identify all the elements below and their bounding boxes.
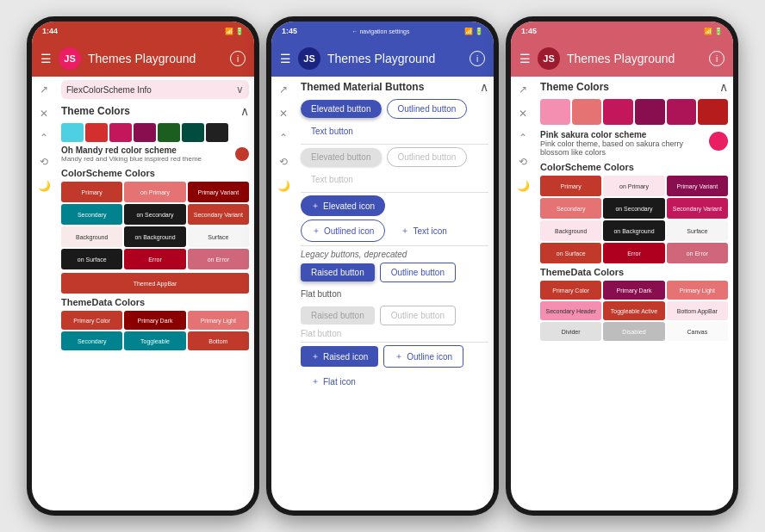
chip-on-background-1[interactable]: on Background [124,226,185,247]
tdc-primary-dark-1[interactable]: Primary Dark [124,311,185,330]
tdc-primary-light-3[interactable]: Primary Light [667,281,728,300]
nav-icon-2-2[interactable]: ✕ [279,108,288,120]
scheme-desc-3: Pink color theme, based on sakura cherry… [540,139,706,157]
nav-icon-2-4[interactable]: ⟲ [279,156,288,168]
tdc-bottom-1[interactable]: Bottom [188,331,249,350]
cs-chip-on-secondary-3[interactable]: on Secondary [603,198,664,219]
nav-icon-2-5[interactable]: 🌙 [277,180,290,192]
nav-icon-3-3[interactable]: ⌃ [519,132,527,144]
chip-on-error-1[interactable]: on Error [188,249,249,269]
text-icon-button[interactable]: ＋ Text icon [390,220,457,241]
cs-chip-on-background-3[interactable]: on Background [603,220,664,241]
cs-chip-background-3[interactable]: Background [540,220,601,241]
pink-swatch-6[interactable] [698,99,728,125]
cs-chip-error-3[interactable]: Error [603,243,664,263]
tdc-toggleable-1[interactable]: Toggleable [124,331,185,350]
outline-icon-button[interactable]: ＋ Outline icon [383,345,463,368]
theme-colors-toggle-3[interactable]: ∧ [719,80,728,94]
nav-icon-2[interactable]: ✕ [40,108,48,120]
chip-primary-variant-1[interactable]: Primary Variant [188,182,249,202]
btn-row-disabled: Elevated button Outlined button [301,147,488,167]
pink-swatch-5[interactable] [667,99,697,125]
nav-icon-4[interactable]: ⟲ [40,156,48,168]
cs-chip-sec-variant-3[interactable]: Secondary Variant [667,198,728,219]
tdc-primary-dark-3[interactable]: Primary Dark [603,281,664,300]
text-button[interactable]: Text button [301,122,364,140]
raised-icon-button[interactable]: ＋ Raised icon [301,346,378,367]
elevated-button[interactable]: Elevated button [301,100,382,118]
plus-icon-2: ＋ [312,225,320,237]
tdc-bottom-appbar-3[interactable]: Bottom AppBar [667,301,728,320]
swatch-6[interactable] [182,123,204,142]
cs-chip-surface-3[interactable]: Surface [667,220,728,241]
nav-icon-5[interactable]: 🌙 [38,180,51,192]
chip-background-1[interactable]: Background [61,226,122,247]
nav-icon-3-2[interactable]: ✕ [519,108,527,120]
cs-chip-on-surface-3[interactable]: on Surface [540,243,601,263]
menu-icon-1[interactable]: ☰ [40,52,52,65]
menu-icon-3[interactable]: ☰ [519,52,531,65]
chip-primary-1[interactable]: Primary [61,182,122,202]
avatar-1: JS [59,47,81,70]
tdc-canvas-3[interactable]: Canvas [667,322,728,341]
flat-icon-button[interactable]: ＋ Flat icon [301,371,366,392]
pink-swatch-2[interactable] [572,99,602,125]
chip-secondary-1[interactable]: Secondary [61,204,122,225]
outlined-button[interactable]: Outlined button [387,99,468,119]
legacy-title: Legacy buttons, deprecated [301,250,488,259]
theme-colors-toggle-1[interactable]: ∧ [240,104,249,118]
nav-icon-1[interactable]: ↗ [40,84,48,96]
tdc-divider-3[interactable]: Divider [540,322,601,341]
raised-button-disabled: Raised button [301,306,375,325]
pink-swatch-4[interactable] [635,99,665,125]
tdc-primary-light-1[interactable]: Primary Light [188,311,249,330]
tdc-secondary-header-3[interactable]: Secondary Header [540,301,601,320]
outlined-icon-button[interactable]: ＋ Outlined icon [301,220,385,242]
themed-buttons-title: Themed Material Buttons [301,81,424,93]
nav-icon-2-1[interactable]: ↗ [279,84,288,96]
chip-themed-appbar-1[interactable]: Themed AppBar [61,273,249,294]
pink-swatch-3[interactable] [603,99,633,125]
swatch-2[interactable] [85,123,108,142]
info-icon-1[interactable]: i [230,51,246,66]
swatch-1[interactable] [61,123,84,142]
nav-icon-3-4[interactable]: ⟲ [519,156,527,168]
tdc-toggleable-active-3[interactable]: Toggleable Active [603,301,664,320]
cs-chip-on-error-3[interactable]: on Error [667,243,728,263]
tdc-primary-color-1[interactable]: Primary Color [61,311,122,330]
raised-button[interactable]: Raised button [301,263,375,281]
chip-on-primary-1[interactable]: on Primary [124,182,185,202]
nav-settings-hint: ← navigation settings [297,28,464,34]
chip-error-1[interactable]: Error [124,249,185,269]
pink-swatch-1[interactable] [540,99,570,125]
divider-1 [301,144,488,145]
info-icon-2[interactable]: i [470,51,485,66]
flexcolor-toggle[interactable]: ∨ [236,84,244,96]
swatch-4[interactable] [134,123,156,142]
info-icon-3[interactable]: i [709,51,725,66]
elevated-icon-button[interactable]: ＋ Elevated icon [301,195,385,216]
chip-on-secondary-1[interactable]: on Secondary [124,204,185,225]
swatch-7[interactable] [206,123,228,142]
cs-chip-secondary-3[interactable]: Secondary [540,198,601,219]
nav-icon-3-1[interactable]: ↗ [519,84,527,96]
themed-buttons-toggle[interactable]: ∧ [480,80,488,94]
chip-surface-1[interactable]: Surface [188,226,249,247]
cs-chip-on-primary-3[interactable]: on Primary [603,176,664,196]
cs-chip-primary-variant-3[interactable]: Primary Variant [667,176,728,196]
tdc-secondary-1[interactable]: Secondary [61,331,122,350]
chip-on-surface-1[interactable]: on Surface [61,249,122,269]
tdc-disabled-3[interactable]: Disabled [603,322,664,341]
nav-icon-2-3[interactable]: ⌃ [279,132,288,144]
chip-sec-variant-1[interactable]: Secondary Variant [188,204,249,225]
swatch-5[interactable] [158,123,180,142]
flat-button[interactable]: Flat button [301,286,341,302]
menu-icon-2[interactable]: ☰ [280,52,291,65]
tdc-primary-color-3[interactable]: Primary Color [540,281,601,300]
outline-button[interactable]: Outline button [380,263,456,282]
cs-chip-primary-3[interactable]: Primary [540,176,601,196]
nav-icon-3[interactable]: ⌃ [40,132,48,144]
swatch-3[interactable] [109,123,132,142]
nav-icon-3-5[interactable]: 🌙 [517,180,530,192]
status-time-3: 1:45 [521,27,537,35]
